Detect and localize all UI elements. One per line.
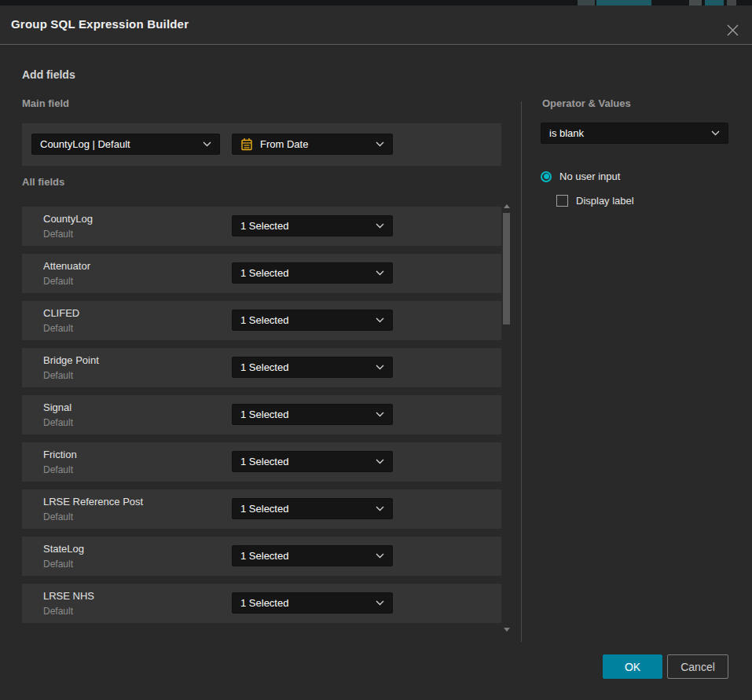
field-name: LRSE NHS bbox=[43, 590, 94, 602]
field-selection-value: 1 Selected bbox=[240, 503, 369, 515]
background-fragment bbox=[727, 0, 736, 5]
panel-divider bbox=[521, 101, 522, 642]
field-select[interactable]: From Date bbox=[232, 134, 393, 155]
field-row: Signal Default 1 Selected bbox=[22, 395, 501, 434]
chevron-down-icon bbox=[203, 141, 211, 147]
field-row: Friction Default 1 Selected bbox=[22, 442, 501, 482]
field-name: Bridge Point bbox=[43, 354, 99, 366]
chevron-down-icon bbox=[376, 506, 384, 511]
field-row: Bridge Point Default 1 Selected bbox=[22, 348, 501, 387]
background-app-strip bbox=[0, 0, 752, 5]
chevron-down-icon bbox=[376, 317, 384, 323]
field-selection-select[interactable]: 1 Selected bbox=[232, 357, 393, 378]
field-row: LRSE NHS Default 1 Selected bbox=[22, 584, 501, 623]
chevron-down-icon bbox=[376, 459, 384, 464]
operator-select[interactable]: is blank bbox=[541, 123, 728, 144]
chevron-down-icon bbox=[376, 270, 384, 276]
field-selection-select[interactable]: 1 Selected bbox=[232, 310, 393, 331]
field-selection-value: 1 Selected bbox=[240, 314, 369, 326]
field-name: Friction bbox=[43, 449, 77, 460]
main-field-panel: CountyLog | Default From Date bbox=[22, 123, 501, 166]
field-sublabel: Default bbox=[43, 417, 73, 428]
operator-values-label: Operator & Values bbox=[542, 97, 631, 109]
scroll-up-icon[interactable] bbox=[504, 204, 510, 208]
ok-button[interactable]: OK bbox=[603, 654, 662, 679]
field-selection-select[interactable]: 1 Selected bbox=[232, 545, 393, 566]
field-selection-value: 1 Selected bbox=[240, 597, 369, 609]
radio-selected-icon bbox=[541, 171, 552, 182]
dialog-titlebar: Group SQL Expression Builder bbox=[0, 5, 752, 45]
field-name: Signal bbox=[43, 401, 72, 413]
field-selection-value: 1 Selected bbox=[240, 409, 369, 420]
field-sublabel: Default bbox=[43, 370, 73, 381]
field-selection-select[interactable]: 1 Selected bbox=[232, 451, 393, 472]
field-name: CLIFED bbox=[43, 307, 79, 319]
group-sql-expression-builder-dialog: Group SQL Expression Builder Add fields … bbox=[0, 0, 752, 700]
field-row: CountyLog Default 1 Selected bbox=[22, 207, 501, 246]
layer-select-value: CountyLog | Default bbox=[40, 138, 196, 150]
chevron-down-icon bbox=[711, 130, 720, 136]
all-fields-label: All fields bbox=[22, 176, 64, 188]
checkbox-unchecked-icon bbox=[556, 195, 568, 207]
layer-select[interactable]: CountyLog | Default bbox=[31, 134, 220, 155]
cancel-button[interactable]: Cancel bbox=[667, 654, 728, 679]
field-row: LRSE Reference Post Default 1 Selected bbox=[22, 489, 501, 529]
field-selection-value: 1 Selected bbox=[240, 361, 369, 373]
chevron-down-icon bbox=[376, 223, 384, 229]
field-sublabel: Default bbox=[43, 606, 73, 617]
field-selection-select[interactable]: 1 Selected bbox=[232, 215, 393, 236]
field-row: StateLog Default 1 Selected bbox=[22, 537, 501, 576]
chevron-down-icon bbox=[376, 600, 384, 606]
scrollbar-thumb[interactable] bbox=[503, 213, 510, 324]
operator-select-value: is blank bbox=[549, 127, 705, 139]
display-label-checkbox[interactable]: Display label bbox=[556, 195, 634, 207]
field-sublabel: Default bbox=[43, 559, 73, 570]
field-row: CLIFED Default 1 Selected bbox=[22, 301, 501, 340]
field-name: LRSE Reference Post bbox=[43, 496, 143, 508]
background-fragment bbox=[596, 0, 651, 5]
field-select-value: From Date bbox=[260, 138, 369, 150]
field-sublabel: Default bbox=[43, 464, 73, 475]
close-icon[interactable] bbox=[721, 20, 744, 40]
chevron-down-icon bbox=[376, 553, 384, 559]
chevron-down-icon bbox=[376, 365, 384, 370]
field-selection-select[interactable]: 1 Selected bbox=[232, 592, 393, 614]
dialog-title: Group SQL Expression Builder bbox=[11, 17, 189, 31]
field-row: Attenuator Default 1 Selected bbox=[22, 254, 501, 293]
field-selection-value: 1 Selected bbox=[240, 220, 369, 232]
field-selection-value: 1 Selected bbox=[240, 456, 369, 467]
field-selection-select[interactable]: 1 Selected bbox=[232, 404, 393, 425]
field-sublabel: Default bbox=[43, 323, 73, 334]
main-field-label: Main field bbox=[22, 97, 69, 109]
no-user-input-label: No user input bbox=[559, 170, 620, 182]
field-sublabel: Default bbox=[43, 276, 73, 287]
field-selection-value: 1 Selected bbox=[240, 550, 369, 562]
chevron-down-icon bbox=[376, 412, 384, 417]
chevron-down-icon bbox=[376, 141, 384, 147]
field-name: Attenuator bbox=[43, 260, 90, 272]
field-sublabel: Default bbox=[43, 229, 73, 240]
scroll-down-icon[interactable] bbox=[504, 628, 510, 632]
field-name: CountyLog bbox=[43, 213, 93, 225]
background-fragment bbox=[578, 0, 595, 5]
background-fragment bbox=[689, 0, 702, 5]
field-sublabel: Default bbox=[43, 511, 73, 522]
field-selection-select[interactable]: 1 Selected bbox=[232, 262, 393, 284]
no-user-input-radio[interactable]: No user input bbox=[541, 170, 620, 182]
field-selection-value: 1 Selected bbox=[240, 267, 369, 279]
display-label-label: Display label bbox=[576, 195, 634, 207]
field-selection-select[interactable]: 1 Selected bbox=[232, 498, 393, 519]
field-list-scrollbar bbox=[502, 201, 512, 635]
field-name: StateLog bbox=[43, 543, 84, 555]
background-fragment bbox=[705, 0, 724, 5]
calendar-date-icon bbox=[240, 137, 253, 151]
add-fields-heading: Add fields bbox=[22, 68, 75, 81]
all-fields-list: CountyLog Default 1 Selected Attenuator … bbox=[22, 207, 501, 623]
close-x-glyph bbox=[726, 24, 739, 37]
